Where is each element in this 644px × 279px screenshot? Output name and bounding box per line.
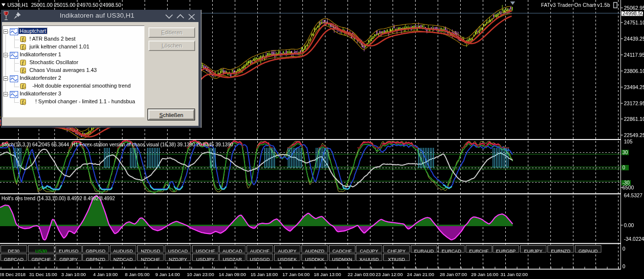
svg-text:22861.10: 22861.10 [624, 116, 644, 122]
svg-text:29 Jan 16:00: 29 Jan 16:00 [471, 272, 498, 277]
svg-text:23172.95: 23172.95 [624, 100, 644, 106]
svg-text:0: 0 [622, 246, 625, 252]
svg-text:18 Jan 13:00: 18 Jan 13:00 [314, 272, 341, 277]
svg-text:3 Jan 10:00: 3 Jan 10:00 [61, 272, 86, 277]
svg-text:28 Dec 2018: 28 Dec 2018 [0, 272, 25, 277]
svg-text:10 Jan 23:00: 10 Jan 23:00 [187, 272, 214, 277]
svg-text:24117.95: 24117.95 [624, 52, 644, 58]
svg-text:22 Jan 03:00: 22 Jan 03:00 [347, 272, 374, 277]
svg-text:6500: 6500 [622, 185, 634, 190]
svg-text:24751.10: 24751.10 [624, 20, 644, 25]
svg-text:30: 30 [622, 150, 628, 155]
svg-text:8 Jan 05:00: 8 Jan 05:00 [125, 272, 149, 277]
svg-text:25062.95: 25062.95 [624, 5, 644, 11]
svg-text:0: 0 [622, 165, 625, 170]
svg-text:15 Jan 18:00: 15 Jan 18:00 [250, 272, 277, 277]
svg-text:4 Jan 19:00: 4 Jan 19:00 [93, 272, 118, 277]
svg-text:0.00: 0.00 [624, 222, 634, 228]
svg-text:FATv3 Trader On Chart v1.5b: FATv3 Trader On Chart v1.5b [541, 2, 610, 8]
svg-text:64.5327: 64.5327 [624, 192, 643, 198]
svg-text:23 Jan 12:00: 23 Jan 12:00 [375, 272, 402, 277]
svg-text:Holt's des trend (14.33,10.00): Holt's des trend (14.33,10.00) 8.4992 8.… [1, 196, 115, 201]
svg-text:0: 0 [622, 263, 625, 269]
svg-text:17 Jan 04:00: 17 Jan 04:00 [282, 272, 309, 277]
svg-text:23494.25: 23494.25 [624, 84, 644, 90]
svg-text:23806.10: 23806.10 [624, 68, 644, 74]
svg-text:22549.25: 22549.25 [624, 132, 644, 138]
svg-text:105: 105 [624, 139, 633, 144]
svg-text:24439.25: 24439.25 [624, 36, 644, 42]
svg-text:24998.50: 24998.50 [622, 10, 644, 16]
svg-text:31 Jan 02:00: 31 Jan 02:00 [500, 272, 527, 277]
svg-text:US30,H1 25001.00 25015.00 249: US30,H1 25001.00 25015.00 24970.50 24998… [7, 2, 122, 8]
svg-text:-34.0224: -34.0224 [624, 236, 644, 242]
svg-text:31 Dec 15:00: 31 Dec 15:00 [29, 272, 57, 277]
svg-text:14 Jan 09:00: 14 Jan 09:00 [219, 272, 246, 277]
svg-text:24 Jan 21:00: 24 Jan 21:00 [407, 272, 434, 277]
svg-text:9 Jan 14:00: 9 Jan 14:00 [155, 272, 180, 277]
svg-text:28 Jan 07:00: 28 Jan 07:00 [440, 272, 467, 277]
svg-text:Stoch(16,3,3) 64.2045 66.3644: Stoch(16,3,3) 64.2045 66.3644 H1 Forex-s… [1, 142, 233, 147]
